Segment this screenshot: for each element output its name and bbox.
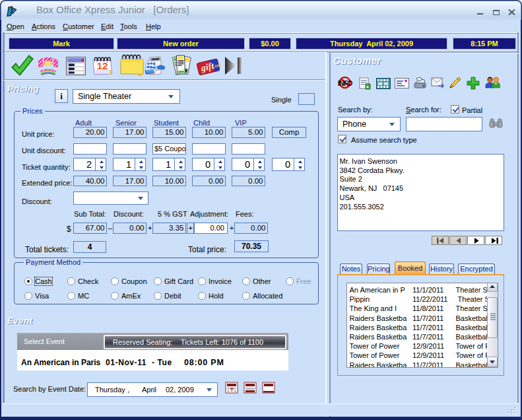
svg-text:INFO: INFO xyxy=(338,79,352,87)
svg-text:12: 12 xyxy=(97,60,108,71)
